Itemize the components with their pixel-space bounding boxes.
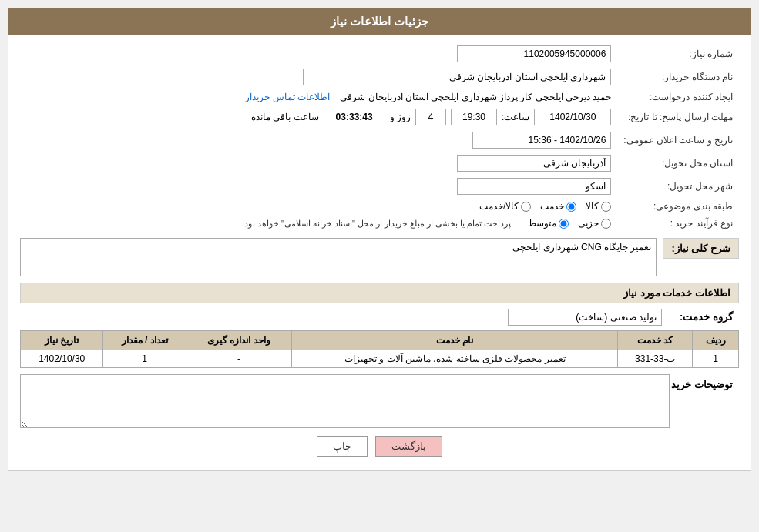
cell-name: تعمیر محصولات فلزی ساخته شده، ماشین آلات… <box>292 350 618 368</box>
mohlatRoz-label: روز و <box>390 112 411 122</box>
print-button[interactable]: چاپ <box>317 436 368 457</box>
mohlatSaat-label: ساعت: <box>502 112 529 122</box>
tozihKharidar-textarea[interactable] <box>20 374 670 428</box>
noFarayand-jazzi-label[interactable]: جزیی <box>578 218 611 229</box>
mohlatDate-box: 1402/10/30 <box>534 109 611 125</box>
namDastgah-label: نام دستگاه خریدار: <box>617 65 739 89</box>
tabaqe-kala-radio[interactable] <box>601 202 611 212</box>
page-header: جزئیات اطلاعات نیاز <box>8 8 751 35</box>
grouhKhadamat-label: گروه خدمت: <box>670 308 739 326</box>
tarixVaSaat-input[interactable] <box>472 132 611 149</box>
col-tarikh: تاریخ نیاز <box>21 331 103 350</box>
noFarayand-jazzi-text: جزیی <box>578 218 599 229</box>
ijadKonande-value: حمید دیرجی ایلخچی کار پرداز شهرداری ایلخ… <box>340 92 611 102</box>
tozihKharidar-row: توضیحات خریدار: <box>20 374 739 428</box>
grouhKhadamat-row: گروه خدمت: <box>20 308 739 326</box>
ostan-label: استان محل تحویل: <box>617 152 739 175</box>
service-table: ردیف کد خدمت نام خدمت واحد اندازه گیری ت… <box>20 330 739 368</box>
header-title: جزئیات اطلاعات نیاز <box>331 15 428 28</box>
info-table: شماره نیاز: نام دستگاه خریدار: ایجاد کنن… <box>20 42 739 232</box>
col-vahed: واحد اندازه گیری <box>186 331 292 350</box>
mohlatSaat-box: 19:30 <box>451 109 497 125</box>
cell-vahed: - <box>186 350 292 368</box>
ijadKonande-label: ایجاد کننده درخواست: <box>617 89 739 105</box>
table-row: 1ب-33-331تعمیر محصولات فلزی ساخته شده، م… <box>21 350 739 368</box>
col-tedad: تعداد / مقدار <box>103 331 186 350</box>
tabaqe-khadamat-label[interactable]: خدمت <box>540 201 576 212</box>
namDastgah-input[interactable] <box>303 69 611 85</box>
mohlatCountdown-box: 03:33:43 <box>324 109 385 125</box>
tabaqe-kala-text: کالا <box>586 201 599 212</box>
shomareNiaz-input[interactable] <box>457 45 611 62</box>
cell-radif: 1 <box>693 350 739 368</box>
tabaqe-kala-label[interactable]: کالا <box>586 201 611 212</box>
tarixVaSaat-label: تاریخ و ساعت اعلان عمومی: <box>617 129 739 152</box>
tabaqe-khadamat-radio[interactable] <box>566 202 576 212</box>
noFarayand-jazzi-radio[interactable] <box>601 219 611 229</box>
noFarayand-motevaset-radio[interactable] <box>559 219 569 229</box>
tabaqe-khadamat-text: خدمت <box>540 201 564 212</box>
mohlatRoz-box: 4 <box>415 109 446 125</box>
noFarayand-motevaset-label[interactable]: متوسط <box>528 218 569 229</box>
ostan-input[interactable] <box>457 155 611 172</box>
mohlatErsal-label: مهلت ارسال پاسخ: تا تاریخ: <box>617 105 739 129</box>
noFarayand-extra-text: پرداخت تمام یا بخشی از مبلغ خریدار از مح… <box>242 219 512 229</box>
noFarayand-label: نوع فرآیند خرید : <box>617 215 739 232</box>
cell-kod: ب-33-331 <box>618 350 693 368</box>
col-name: نام خدمت <box>292 331 618 350</box>
buttons-row: بازگشت چاپ <box>20 436 739 457</box>
sharhNiaz-value: تعمیر جایگاه CNG شهرداری ایلخچی <box>20 238 657 276</box>
cell-tarikh: 1402/10/30 <box>21 350 103 368</box>
back-button[interactable]: بازگشت <box>375 436 442 457</box>
sharhNiaz-row: شرح کلی نیاز: تعمیر جایگاه CNG شهرداری ا… <box>20 238 739 276</box>
shahr-input[interactable] <box>457 178 611 195</box>
noFarayand-motevaset-text: متوسط <box>528 218 556 229</box>
sharhNiaz-label: شرح کلی نیاز: <box>671 243 730 254</box>
ijadKonande-link[interactable]: اطلاعات تماس خریدار <box>245 92 330 102</box>
tabaqe-kala-khadamat-text: کالا/خدمت <box>479 201 519 212</box>
shahr-label: شهر محل تحویل: <box>617 175 739 198</box>
infoSection-header: اطلاعات خدمات مورد نیاز <box>20 283 739 303</box>
tabaqeBandi-label: طبقه بندی موضوعی: <box>617 198 739 215</box>
mohlatRozmande-label: ساعت باقی مانده <box>251 112 319 122</box>
col-radif: ردیف <box>693 331 739 350</box>
shomareNiaz-label: شماره نیاز: <box>617 42 739 65</box>
grouhKhadamat-input[interactable] <box>508 309 662 326</box>
tabaqe-kala-khadamat-radio[interactable] <box>521 202 531 212</box>
cell-tedad: 1 <box>103 350 186 368</box>
tozihKharidar-label: توضیحات خریدار: <box>670 374 739 395</box>
tabaqe-kala-khadamat-label[interactable]: کالا/خدمت <box>479 201 531 212</box>
col-kod: کد خدمت <box>618 331 693 350</box>
